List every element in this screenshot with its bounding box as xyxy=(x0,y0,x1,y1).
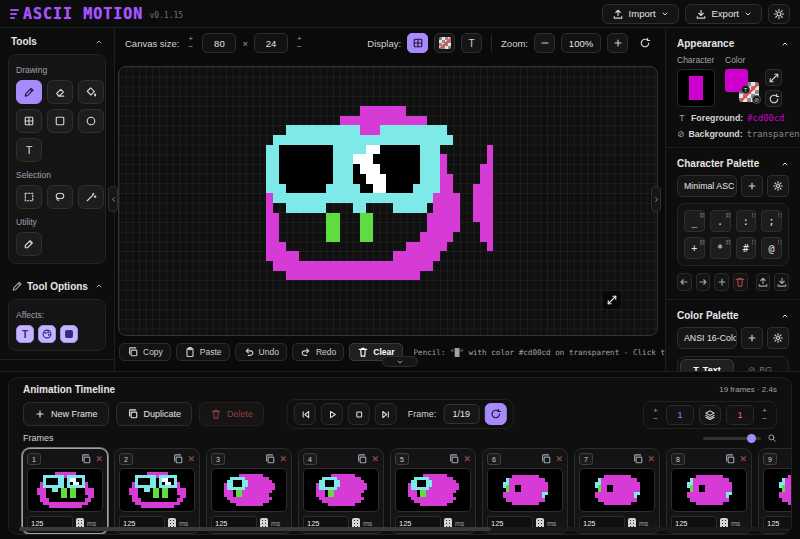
tool-options-section-header[interactable]: Tool Options xyxy=(0,272,114,297)
slider-thumb[interactable] xyxy=(747,434,756,443)
lasso-tool-button[interactable] xyxy=(47,185,73,209)
frame-card[interactable]: 3✕ms xyxy=(206,448,292,534)
duplicate-frame-icon[interactable] xyxy=(724,453,736,465)
width-stepper[interactable]: +− xyxy=(185,35,196,51)
zoom-in-button[interactable] xyxy=(607,33,628,53)
canvas-resize-handle[interactable] xyxy=(603,291,621,309)
skip-to-end-button[interactable] xyxy=(375,403,397,425)
delete-frame-button[interactable]: Delete xyxy=(199,402,264,426)
duplicate-frame-icon[interactable] xyxy=(80,453,92,465)
color-palette-header[interactable]: Color Palette xyxy=(677,306,789,327)
delete-frame-icon[interactable]: ✕ xyxy=(463,455,471,464)
onion-prev-stepper[interactable]: +− xyxy=(650,407,661,423)
export-button[interactable]: Export xyxy=(685,4,762,24)
duplicate-frame-icon[interactable] xyxy=(264,453,276,465)
frame-card[interactable]: 5✕ms xyxy=(390,448,476,534)
collapse-right-panel-handle[interactable] xyxy=(651,186,661,212)
undo-button[interactable]: Undo xyxy=(235,343,287,361)
onion-next-stepper[interactable]: +− xyxy=(759,407,770,423)
zoom-reset-button[interactable] xyxy=(634,33,655,53)
character-button[interactable]: : xyxy=(736,210,757,232)
duplicate-frame-icon[interactable] xyxy=(540,453,552,465)
tools-section-header[interactable]: Tools xyxy=(0,28,114,52)
duplicate-frame-icon[interactable] xyxy=(172,453,184,465)
ellipse-tool-button[interactable] xyxy=(78,109,104,133)
import-palette-button[interactable] xyxy=(756,273,771,291)
paste-button[interactable]: Paste xyxy=(176,343,230,361)
canvas-width-input[interactable] xyxy=(202,33,236,53)
character-button[interactable]: _ xyxy=(684,210,705,232)
toggle-transparency-button[interactable] xyxy=(434,33,455,53)
color-preset-select[interactable]: ANSI 16-Colo xyxy=(677,327,737,349)
character-palette-header[interactable]: Character Palette xyxy=(677,154,789,175)
reset-colors-button[interactable] xyxy=(765,90,782,107)
duplicate-frame-button[interactable]: Duplicate xyxy=(116,402,193,426)
rect-fill-tool-button[interactable] xyxy=(16,109,42,133)
export-palette-button[interactable] xyxy=(774,273,789,291)
affects-character-toggle[interactable]: T xyxy=(16,325,34,343)
character-preview[interactable] xyxy=(677,69,715,107)
frame-card[interactable]: 8✕ms xyxy=(666,448,752,534)
move-character-right-button[interactable] xyxy=(696,273,711,291)
play-button[interactable] xyxy=(321,403,343,425)
fill-tool-button[interactable] xyxy=(78,80,104,104)
affects-color-toggle[interactable] xyxy=(38,325,56,343)
toggle-grid-button[interactable] xyxy=(407,33,428,53)
color-swatch-stack[interactable]: T ⊘ xyxy=(725,69,763,107)
eraser-tool-button[interactable] xyxy=(47,80,73,104)
rectangle-tool-button[interactable] xyxy=(47,109,73,133)
delete-frame-icon[interactable]: ✕ xyxy=(95,455,103,464)
zoom-out-button[interactable] xyxy=(534,33,555,53)
eyedropper-tool-button[interactable] xyxy=(16,232,42,256)
frame-card[interactable]: 2✕ms xyxy=(114,448,200,534)
delete-frame-icon[interactable]: ✕ xyxy=(371,455,379,464)
add-character-button[interactable] xyxy=(714,273,729,291)
delete-frame-icon[interactable]: ✕ xyxy=(739,455,747,464)
drawing-canvas[interactable] xyxy=(118,66,658,336)
character-button[interactable]: # xyxy=(736,237,757,259)
duplicate-frame-icon[interactable] xyxy=(448,453,460,465)
select-tool-button[interactable] xyxy=(16,185,42,209)
delete-frame-icon[interactable]: ✕ xyxy=(555,455,563,464)
frame-card[interactable]: 7✕ms xyxy=(574,448,660,534)
copy-button[interactable]: Copy xyxy=(119,343,171,361)
pencil-tool-button[interactable] xyxy=(16,80,42,104)
toggle-characters-button[interactable]: T xyxy=(461,33,482,53)
stop-button[interactable] xyxy=(348,403,370,425)
character-button[interactable]: ; xyxy=(761,210,782,232)
move-character-left-button[interactable] xyxy=(677,273,692,291)
character-button[interactable]: + xyxy=(684,237,705,259)
frame-card[interactable]: 9✕ms xyxy=(758,448,791,534)
skip-to-start-button[interactable] xyxy=(294,403,316,425)
magic-wand-tool-button[interactable] xyxy=(78,185,104,209)
character-preset-select[interactable]: Minimal ASC xyxy=(677,175,737,197)
color-palette-settings-button[interactable] xyxy=(767,327,789,349)
character-button[interactable]: * xyxy=(710,237,731,259)
add-character-palette-button[interactable] xyxy=(741,175,763,197)
character-button[interactable]: . xyxy=(710,210,731,232)
height-stepper[interactable]: +− xyxy=(294,35,305,51)
delete-frame-icon[interactable]: ✕ xyxy=(279,455,287,464)
text-tool-button[interactable]: T xyxy=(16,138,42,162)
character-button[interactable]: @ xyxy=(761,237,782,259)
thumbnail-zoom-slider[interactable] xyxy=(703,433,777,443)
delete-frame-icon[interactable]: ✕ xyxy=(647,455,655,464)
collapse-left-panel-handle[interactable] xyxy=(108,186,118,212)
frame-card[interactable]: 6✕ms xyxy=(482,448,568,534)
swap-colors-button[interactable] xyxy=(765,69,782,86)
theme-toggle-button[interactable] xyxy=(768,4,790,24)
frame-card[interactable]: 4✕ms xyxy=(298,448,384,534)
slider-track[interactable] xyxy=(703,437,761,440)
duplicate-frame-icon[interactable] xyxy=(632,453,644,465)
add-color-palette-button[interactable] xyxy=(741,327,763,349)
canvas-height-input[interactable] xyxy=(254,33,288,53)
collapse-timeline-handle[interactable] xyxy=(382,356,418,367)
delete-character-button[interactable] xyxy=(733,273,748,291)
redo-button[interactable]: Redo xyxy=(292,343,344,361)
onion-skin-button[interactable] xyxy=(699,405,721,425)
loop-toggle-button[interactable] xyxy=(484,403,506,425)
duplicate-frame-icon[interactable] xyxy=(356,453,368,465)
new-frame-button[interactable]: New Frame xyxy=(23,402,109,426)
frame-card[interactable]: 1✕ms xyxy=(22,448,108,534)
character-palette-settings-button[interactable] xyxy=(767,175,789,197)
